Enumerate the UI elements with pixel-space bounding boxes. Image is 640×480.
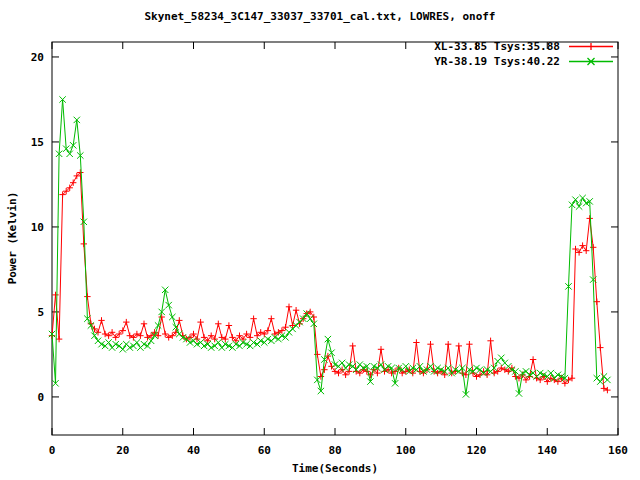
x-tick-label: 100 bbox=[396, 444, 416, 457]
legend-row-xl: XL-33.85 Tsys:35.88 bbox=[434, 39, 614, 54]
plot-border bbox=[52, 42, 618, 435]
y-tick-label: 5 bbox=[37, 306, 44, 319]
series-line-xl bbox=[52, 173, 607, 391]
x-tick-label: 160 bbox=[608, 444, 628, 457]
series-markers-yr bbox=[49, 96, 611, 397]
y-tick-label: 15 bbox=[31, 136, 44, 149]
x-axis-label: Time(Seconds) bbox=[30, 462, 640, 475]
x-tick-label: 20 bbox=[116, 444, 129, 457]
y-tick-label: 20 bbox=[31, 51, 44, 64]
y-tick-label: 0 bbox=[37, 391, 44, 404]
x-tick-label: 40 bbox=[187, 444, 200, 457]
x-tick-label: 0 bbox=[49, 444, 56, 457]
x-tick-label: 80 bbox=[328, 444, 341, 457]
y-axis-label: Power (Kelvin) bbox=[6, 192, 19, 285]
series-line-yr bbox=[52, 100, 607, 395]
chart-canvas: 02040608010012014016005101520 bbox=[0, 0, 640, 480]
legend-marker-icon bbox=[569, 58, 613, 65]
legend-sample-xl-icon bbox=[568, 39, 614, 54]
y-tick-label: 10 bbox=[31, 221, 44, 234]
x-tick-label: 60 bbox=[258, 444, 271, 457]
chart-title: Skynet_58234_3C147_33037_33701_cal.txt, … bbox=[0, 10, 640, 23]
x-tick-label: 140 bbox=[537, 444, 557, 457]
legend-row-yr: YR-38.19 Tsys:40.22 bbox=[434, 54, 614, 69]
legend-sample-yr-icon bbox=[568, 54, 614, 69]
legend: XL-33.85 Tsys:35.88 YR-38.19 Tsys:40.22 bbox=[434, 39, 614, 69]
gnuplot-window: 02040608010012014016005101520 Skynet_582… bbox=[0, 0, 640, 480]
x-tick-label: 120 bbox=[467, 444, 487, 457]
legend-marker-icon bbox=[569, 43, 613, 50]
legend-label-xl: XL-33.85 Tsys:35.88 bbox=[434, 40, 560, 53]
legend-label-yr: YR-38.19 Tsys:40.22 bbox=[434, 55, 560, 68]
